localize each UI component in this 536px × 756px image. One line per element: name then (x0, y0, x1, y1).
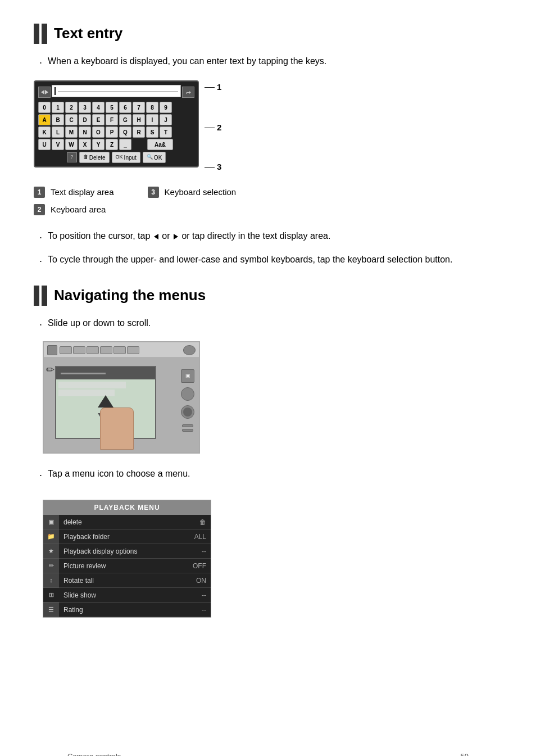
arrow-left-icon (154, 234, 158, 239)
text-entry-bullet-1: · When a keyboard is displayed, you can … (39, 55, 502, 70)
key-Aa: Aa& (147, 139, 173, 150)
keyboard-legend: 1 Text display area 2 Keyboard area 3 Ke… (34, 186, 502, 216)
callout-2-line: 2 (205, 121, 221, 134)
playback-icon-pencil: ✏ (43, 559, 59, 573)
nav-heading-bar-1 (34, 286, 39, 306)
callout-1-line: 1 (205, 80, 221, 94)
callout-connector-1 (205, 87, 215, 88)
key-W: W (65, 139, 78, 150)
keyboard-row-kt: K L M N O P Q R S T (38, 126, 194, 138)
key-5: 5 (106, 102, 118, 113)
playback-icon-star: ★ (43, 544, 59, 559)
heading-bars (34, 24, 47, 44)
key-8: 8 (146, 102, 158, 113)
text-entry-heading: Text entry (34, 22, 502, 44)
playback-row-slideshow-label: Slide show (63, 590, 96, 600)
keyboard-bottom-row: ? 🗑Delete OKInput 🔍OK (38, 152, 194, 163)
playback-menu-container: PLAYBACK MENU ▣ 📁 ★ ✏ ↕ ⊞ ☰ delete 🗑 (43, 491, 502, 635)
playback-row-slideshow: Slide show -- (59, 588, 211, 603)
keyboard-row-aj: A B C D E F G H I J (38, 114, 194, 125)
key-P: P (106, 126, 118, 138)
nav-heading-bars (34, 286, 47, 306)
footer-left: Camera controls (67, 751, 121, 757)
key-R: R (133, 126, 145, 138)
key-Y: Y (92, 139, 105, 150)
key-M: M (65, 126, 78, 138)
playback-menu-body: ▣ 📁 ★ ✏ ↕ ⊞ ☰ delete 🗑 Playback folder (43, 515, 211, 617)
legend-col-left: 1 Text display area 2 Keyboard area (34, 186, 114, 216)
scroll-image-container: ▣ ✏ (43, 341, 502, 454)
text-entry-bullet-2-text: To position the cursor, tap or or tap di… (48, 229, 330, 243)
playback-row-rotate-label: Rotate tall (63, 576, 94, 586)
key-V: V (52, 139, 64, 150)
key-4: 4 (92, 102, 105, 113)
legend-item-1: 1 Text display area (34, 186, 114, 199)
playback-icon-square: ▣ (43, 515, 59, 529)
keyboard-row-uz: U V W X Y Z _ Aa& (38, 139, 194, 150)
navigating-heading: Navigating the menus (34, 284, 502, 306)
key-B: B (52, 114, 64, 125)
playback-row-display-value: -- (202, 546, 206, 556)
playback-row-display-label: Playback display options (63, 546, 137, 556)
key-G: G (119, 114, 131, 125)
bullet-dot-3: · (39, 253, 42, 269)
key-T: T (160, 126, 172, 138)
playback-menu: PLAYBACK MENU ▣ 📁 ★ ✏ ↕ ⊞ ☰ delete 🗑 (43, 500, 211, 618)
playback-row-rotate-value: ON (196, 576, 206, 586)
playback-row-slideshow-value: -- (202, 590, 206, 600)
nav-heading-bar-2 (42, 286, 47, 306)
legend-item-2: 2 Keyboard area (34, 203, 114, 216)
nav-bullet-1: · Slide up or down to scroll. (39, 316, 502, 332)
scroll-arrow-up (98, 395, 113, 408)
key-1: 1 (52, 102, 64, 113)
text-cursor (54, 87, 56, 95)
legend-item-3: 3 Keyboard selection (148, 186, 237, 199)
keyboard-diagram: ↩ 0 1 2 3 4 5 6 7 8 9 A B C D (34, 80, 199, 168)
playback-icon-rating: ☰ (43, 603, 59, 617)
key-J: J (160, 114, 172, 125)
bullet-dot-1: · (39, 55, 42, 70)
playback-row-rating-label: Rating (63, 605, 83, 615)
key-D: D (79, 114, 91, 125)
keyboard-diagram-wrapper: ↩ 0 1 2 3 4 5 6 7 8 9 A B C D (34, 80, 502, 174)
arrow-right-icon (174, 234, 178, 239)
key-0: 0 (38, 102, 51, 113)
callout-3: 3 (217, 161, 221, 174)
page-footer: Camera controls 59 (67, 751, 469, 757)
callout-3-line: 3 (205, 160, 221, 174)
heading-bar-1 (34, 24, 39, 44)
key-E: E (92, 114, 105, 125)
scroll-camera-image: ▣ ✏ (43, 341, 200, 454)
callout-connector-3 (205, 167, 215, 168)
footer-right: 59 (461, 751, 469, 757)
callout-connector-2 (205, 128, 215, 128)
key-I: I (146, 114, 158, 125)
text-entry-bullet-3: · To cycle through the upper- and lower-… (39, 253, 502, 269)
playback-row-folder-value: ALL (194, 532, 206, 542)
legend-col-right: 3 Keyboard selection (148, 186, 237, 216)
key-N: N (79, 126, 91, 138)
nav-bullet-1-text: Slide up or down to scroll. (48, 316, 151, 331)
text-entry-bullet-3-text: To cycle through the upper- and lower-ca… (48, 253, 452, 267)
legend-label-3: Keyboard selection (165, 186, 237, 199)
legend-badge-1: 1 (34, 187, 45, 198)
nav-bullet-2-text: Tap a menu icon to choose a menu. (48, 467, 190, 481)
playback-row-folder-label: Playback folder (63, 532, 110, 542)
playback-row-review: Picture review OFF (59, 559, 211, 573)
nav-bullet-2: · Tap a menu icon to choose a menu. (39, 467, 502, 483)
heading-bar-2 (42, 24, 47, 44)
key-K: K (38, 126, 51, 138)
playback-icon-slideshow: ⊞ (43, 588, 59, 603)
playback-row-delete-label: delete (63, 517, 82, 527)
legend-badge-2: 2 (34, 204, 45, 215)
playback-row-review-value: OFF (193, 561, 206, 571)
key-S: S (146, 126, 158, 138)
callout-numbers: 1 2 3 (205, 80, 221, 174)
key-Q: Q (119, 126, 131, 138)
keyboard-number-row: 0 1 2 3 4 5 6 7 8 9 (38, 102, 194, 113)
playback-rows-column: delete 🗑 Playback folder ALL Playback di… (59, 515, 211, 617)
text-line (58, 91, 178, 92)
playback-row-rating: Rating -- (59, 603, 211, 617)
key-F: F (106, 114, 118, 125)
key-H: H (133, 114, 145, 125)
